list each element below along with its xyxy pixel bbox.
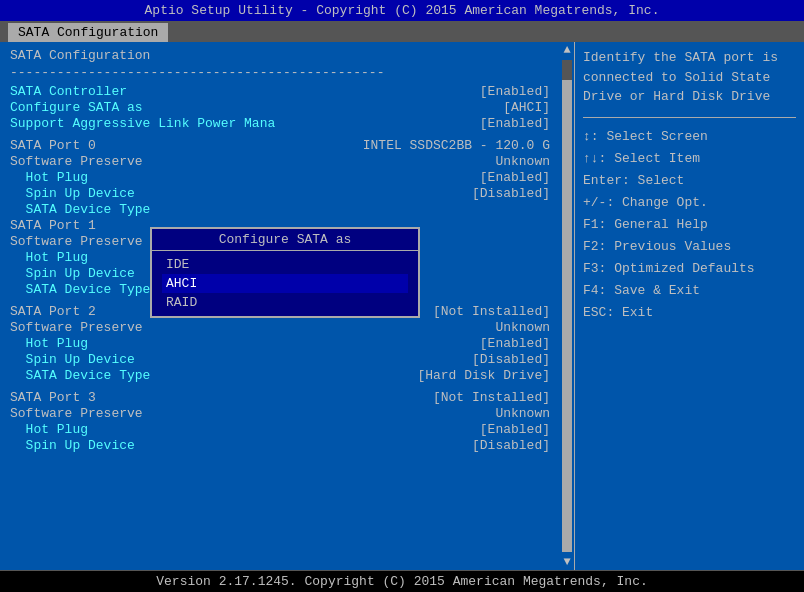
title-text: Aptio Setup Utility - Copyright (C) 2015… xyxy=(145,3,660,18)
configure-sata-value: [AHCI] xyxy=(503,100,550,115)
popup-body: IDE AHCI RAID xyxy=(152,251,418,316)
key-select-screen: ↕: Select Screen xyxy=(583,126,796,148)
help-text: Identify the SATA port is connected to S… xyxy=(583,48,796,107)
key-f3: F3: Optimized Defaults xyxy=(583,258,796,280)
tab-row: SATA Configuration xyxy=(0,21,804,42)
spin-up2-row[interactable]: Spin Up Device [Disabled] xyxy=(10,352,550,367)
spin-up3-row[interactable]: Spin Up Device [Disabled] xyxy=(10,438,550,453)
scroll-thumb[interactable] xyxy=(562,60,572,80)
key-f4: F4: Save & Exit xyxy=(583,280,796,302)
sata-controller-value: [Enabled] xyxy=(480,84,550,99)
key-esc: ESC: Exit xyxy=(583,302,796,324)
left-panel: SATA Configuration ---------------------… xyxy=(0,42,560,570)
scroll-down-arrow[interactable]: ▼ xyxy=(563,554,570,570)
sata-dev-type0-row[interactable]: SATA Device Type xyxy=(10,202,550,217)
key-enter: Enter: Select xyxy=(583,170,796,192)
key-f1: F1: General Help xyxy=(583,214,796,236)
spin-up0-row[interactable]: Spin Up Device [Disabled] xyxy=(10,186,550,201)
scroll-up-arrow[interactable]: ▲ xyxy=(563,42,570,58)
sata-controller-label: SATA Controller xyxy=(10,84,127,99)
aggressive-link-row[interactable]: Support Aggressive Link Power Mana [Enab… xyxy=(10,116,550,131)
aggressive-link-label: Support Aggressive Link Power Mana xyxy=(10,116,275,131)
hot-plug3-row[interactable]: Hot Plug [Enabled] xyxy=(10,422,550,437)
right-divider xyxy=(583,117,796,118)
configure-sata-popup: Configure SATA as IDE AHCI RAID xyxy=(150,227,420,318)
sata-controller-row[interactable]: SATA Controller [Enabled] xyxy=(10,84,550,99)
aggressive-link-value: [Enabled] xyxy=(480,116,550,131)
popup-item-raid[interactable]: RAID xyxy=(162,293,408,312)
popup-title: Configure SATA as xyxy=(152,229,418,251)
scrollbar[interactable]: ▲ ▼ xyxy=(560,42,574,570)
popup-item-ahci[interactable]: AHCI xyxy=(162,274,408,293)
sata-port0-row: SATA Port 0 INTEL SSDSC2BB - 120.0 G xyxy=(10,138,550,153)
key-f2: F2: Previous Values xyxy=(583,236,796,258)
key-select-item: ↑↓: Select Item xyxy=(583,148,796,170)
key-help: ↕: Select Screen ↑↓: Select Item Enter: … xyxy=(583,126,796,325)
configure-sata-label: Configure SATA as xyxy=(10,100,143,115)
hot-plug2-row[interactable]: Hot Plug [Enabled] xyxy=(10,336,550,351)
footer-text: Version 2.17.1245. Copyright (C) 2015 Am… xyxy=(156,574,647,589)
footer: Version 2.17.1245. Copyright (C) 2015 Am… xyxy=(0,570,804,592)
sata-dev-type2-row[interactable]: SATA Device Type [Hard Disk Drive] xyxy=(10,368,550,383)
sata-port3-row: SATA Port 3 [Not Installed] xyxy=(10,390,550,405)
divider: ----------------------------------------… xyxy=(10,65,550,80)
configure-sata-row[interactable]: Configure SATA as [AHCI] xyxy=(10,100,550,115)
scroll-track[interactable] xyxy=(562,60,572,552)
key-change-opt: +/-: Change Opt. xyxy=(583,192,796,214)
hot-plug0-row[interactable]: Hot Plug [Enabled] xyxy=(10,170,550,185)
popup-item-ide[interactable]: IDE xyxy=(162,255,408,274)
section-title: SATA Configuration xyxy=(10,48,550,63)
sata-config-tab[interactable]: SATA Configuration xyxy=(8,23,168,42)
sw-preserve3-row: Software Preserve Unknown xyxy=(10,406,550,421)
sw-preserve0-row: Software Preserve Unknown xyxy=(10,154,550,169)
title-bar: Aptio Setup Utility - Copyright (C) 2015… xyxy=(0,0,804,21)
sw-preserve2-row: Software Preserve Unknown xyxy=(10,320,550,335)
right-panel: Identify the SATA port is connected to S… xyxy=(574,42,804,570)
